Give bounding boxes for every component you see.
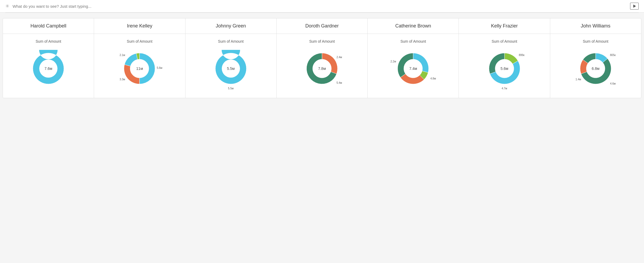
col-header-catherine: Catherine Brown bbox=[368, 18, 459, 34]
donut-outer-label-kelly-1: 4.7м bbox=[502, 87, 507, 90]
donut-outer-label-irene-1: 2.1м bbox=[119, 54, 125, 57]
donut-outer-label-irene-2: 3.3м bbox=[119, 78, 125, 81]
chart-label-doroth: Sum of Amount bbox=[309, 39, 335, 43]
donut-outer-label-doroth-1: 5.4м bbox=[336, 81, 342, 84]
donut-center-johnny: 5.5м bbox=[227, 66, 235, 71]
donut-wrap-kelly: 5.6м899к4.7м bbox=[483, 47, 526, 90]
donut-outer-label-kelly-0: 899к bbox=[519, 54, 524, 57]
donut-center-kelly: 5.6м bbox=[501, 66, 508, 71]
chart-label-harold: Sum of Amount bbox=[36, 39, 61, 43]
donut-wrap-doroth: 7.8м2.4м5.4м bbox=[301, 47, 343, 90]
col-header-doroth: Doroth Gardner bbox=[277, 18, 367, 34]
chart-label-irene: Sum of Amount bbox=[127, 39, 153, 43]
donut-outer-label-john-0: 805к bbox=[610, 54, 616, 57]
main-content: Harold CampbellSum of Amount7.6мIrene Ke… bbox=[0, 13, 644, 103]
ai-icon: ✳ bbox=[5, 3, 9, 9]
col-harold: Harold CampbellSum of Amount7.6м bbox=[3, 18, 94, 98]
chart-label-johnny: Sum of Amount bbox=[218, 39, 244, 43]
donut-outer-label-johnny-0: 5.5м bbox=[228, 87, 234, 90]
col-header-john: John Williams bbox=[550, 18, 641, 34]
col-body-johnny: Sum of Amount5.5м5.5м bbox=[185, 34, 276, 98]
donut-center-john: 6.8м bbox=[592, 66, 599, 71]
col-john: John WilliamsSum of Amount6.8м805к4.6м1.… bbox=[550, 18, 641, 98]
col-body-catherine: Sum of Amount7.4м2.2м4.8м bbox=[368, 34, 459, 98]
donut-outer-label-catherine-1: 4.8м bbox=[430, 77, 436, 80]
col-kelly: Kelly FrazierSum of Amount5.6м899к4.7м bbox=[459, 18, 550, 98]
col-catherine: Catherine BrownSum of Amount7.4м2.2м4.8м bbox=[368, 18, 459, 98]
run-icon bbox=[633, 5, 636, 8]
chart-label-catherine: Sum of Amount bbox=[400, 39, 426, 43]
donut-wrap-johnny: 5.5м5.5м bbox=[210, 47, 252, 90]
donut-outer-label-john-1: 4.6м bbox=[610, 82, 616, 85]
col-body-doroth: Sum of Amount7.8м2.4м5.4м bbox=[277, 34, 367, 98]
top-bar: ✳ bbox=[0, 0, 644, 13]
donut-outer-label-doroth-0: 2.4м bbox=[336, 56, 342, 59]
donut-wrap-harold: 7.6м bbox=[27, 47, 70, 90]
donut-wrap-catherine: 7.4м2.2м4.8м bbox=[392, 47, 434, 90]
col-body-kelly: Sum of Amount5.6м899к4.7м bbox=[459, 34, 550, 98]
col-header-irene: Irene Kelley bbox=[94, 18, 185, 34]
donut-center-irene: 11м bbox=[136, 66, 143, 71]
donut-center-doroth: 7.8м bbox=[318, 66, 326, 71]
chart-label-kelly: Sum of Amount bbox=[492, 39, 517, 43]
col-header-kelly: Kelly Frazier bbox=[459, 18, 550, 34]
col-header-johnny: Johnny Green bbox=[185, 18, 276, 34]
donut-center-harold: 7.6м bbox=[45, 66, 52, 71]
col-header-harold: Harold Campbell bbox=[3, 18, 94, 34]
col-irene: Irene KelleySum of Amount11м5.6м2.1м3.3м bbox=[94, 18, 185, 98]
grid-table: Harold CampbellSum of Amount7.6мIrene Ke… bbox=[3, 18, 641, 98]
col-body-irene: Sum of Amount11м5.6м2.1м3.3м bbox=[94, 34, 185, 98]
search-input[interactable] bbox=[13, 4, 627, 9]
donut-center-catherine: 7.4м bbox=[409, 66, 417, 71]
donut-wrap-irene: 11м5.6м2.1м3.3м bbox=[118, 47, 161, 90]
col-doroth: Doroth GardnerSum of Amount7.8м2.4м5.4м bbox=[277, 18, 368, 98]
donut-outer-label-catherine-0: 2.2м bbox=[390, 60, 396, 63]
chart-label-john: Sum of Amount bbox=[583, 39, 608, 43]
run-button[interactable] bbox=[630, 3, 639, 10]
donut-outer-label-irene-0: 5.6м bbox=[157, 66, 162, 69]
donut-wrap-john: 6.8м805к4.6м1.4м bbox=[574, 47, 617, 90]
col-body-harold: Sum of Amount7.6м bbox=[3, 34, 94, 98]
col-johnny: Johnny GreenSum of Amount5.5м5.5м bbox=[185, 18, 277, 98]
donut-outer-label-john-2: 1.4м bbox=[576, 78, 581, 81]
col-body-john: Sum of Amount6.8м805к4.6м1.4м bbox=[550, 34, 641, 98]
